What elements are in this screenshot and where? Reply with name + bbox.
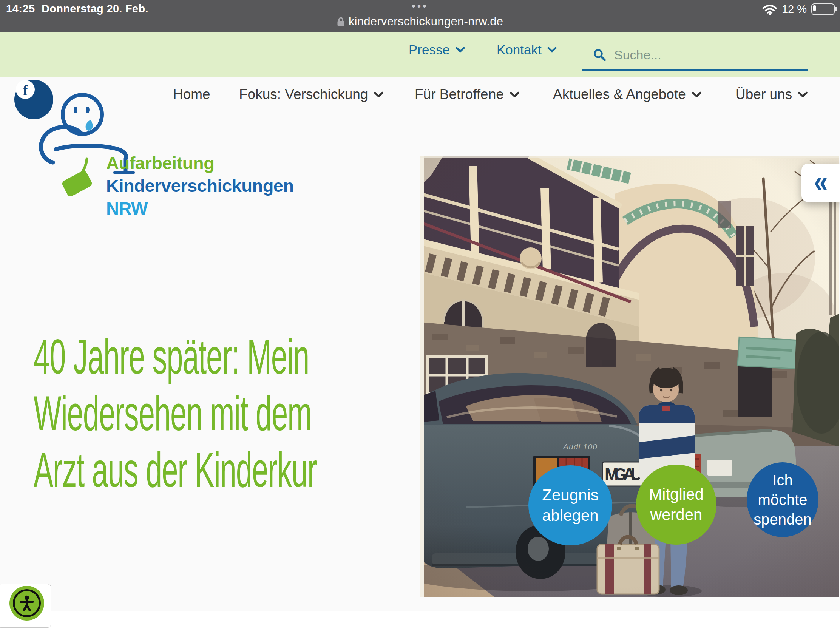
nav-item-label: Fokus: Verschickung: [239, 87, 368, 103]
main-section: Home Fokus: Verschickung Für Betroffene …: [0, 77, 840, 611]
button-label-line: ablegen: [542, 505, 598, 526]
chevron-down-icon: [798, 92, 808, 98]
hero-headline: 40 Jahre später: Mein Wiedersehen mit de…: [34, 328, 426, 498]
chevron-down-icon: [692, 92, 702, 98]
status-bar: 14:25 Donnerstag 20. Feb. ••• 12 %: [0, 0, 840, 32]
utility-item-label: Presse: [409, 42, 450, 57]
url-text: kinderverschickungen-nrw.de: [349, 15, 504, 28]
headline-line-3: Arzt aus der Kinderkur: [34, 442, 269, 498]
search-box[interactable]: [582, 40, 808, 71]
headline-line-2: Wiedersehen mit dem: [34, 385, 269, 442]
logo-line-3: NRW: [106, 197, 294, 220]
search-input[interactable]: [613, 47, 808, 63]
nav-item-label: Über uns: [735, 87, 792, 103]
spenden-button[interactable]: Ich möchte spenden: [747, 462, 818, 537]
site-logo-wordmark[interactable]: Aufarbeitung Kinderverschickungen NRW: [106, 152, 294, 220]
logo-line-1: Aufarbeitung: [106, 152, 294, 175]
chevron-down-icon: [547, 47, 557, 53]
headline-line-1: 40 Jahre später: Mein: [34, 328, 269, 385]
button-label-line: möchte: [758, 490, 807, 510]
multitask-dots-icon[interactable]: •••: [0, 0, 840, 12]
slider-prev-button[interactable]: «: [802, 164, 840, 202]
button-label-line: Mitglied: [649, 484, 704, 505]
chevron-down-icon: [374, 92, 384, 98]
nav-item-label: Home: [173, 87, 210, 103]
utility-item-label: Kontakt: [497, 42, 542, 57]
nav-item-aktuelles-angebote[interactable]: Aktuelles & Angebote: [553, 87, 702, 103]
nav-item-ueber-uns[interactable]: Über uns: [735, 87, 808, 103]
accessibility-icon: [13, 589, 41, 617]
utility-bar: Presse Kontakt: [0, 32, 840, 77]
logo-line-2: Kinderverschickungen: [106, 175, 294, 197]
nav-item-label: Für Betroffene: [415, 87, 504, 103]
search-icon: [593, 48, 606, 61]
button-label-line: werden: [651, 505, 703, 525]
button-label-line: spenden: [753, 510, 811, 529]
chevron-down-icon: [510, 92, 520, 98]
utility-item-kontakt[interactable]: Kontakt: [497, 42, 557, 57]
chevron-down-icon: [455, 47, 465, 53]
photo-print-border: [420, 156, 424, 597]
utility-item-presse[interactable]: Presse: [409, 42, 465, 57]
zeugnis-ablegen-button[interactable]: Zeugnis ablegen: [528, 465, 612, 545]
nav-item-home[interactable]: Home: [173, 87, 210, 103]
accessibility-button[interactable]: [9, 586, 44, 621]
address-bar[interactable]: kinderverschickungen-nrw.de: [0, 11, 840, 32]
nav-item-label: Aktuelles & Angebote: [553, 87, 686, 103]
ipad-safari-screen: 14:25 Donnerstag 20. Feb. ••• 12 %: [0, 0, 840, 630]
nav-item-fuer-betroffene[interactable]: Für Betroffene: [415, 87, 520, 103]
button-label-line: Ich: [772, 470, 793, 490]
nav-item-fokus-verschickung[interactable]: Fokus: Verschickung: [239, 87, 384, 103]
lock-icon: [337, 17, 345, 27]
double-chevron-left-icon: «: [814, 165, 827, 198]
mitglied-werden-button[interactable]: Mitglied werden: [636, 464, 717, 545]
button-label-line: Zeugnis: [542, 485, 598, 505]
